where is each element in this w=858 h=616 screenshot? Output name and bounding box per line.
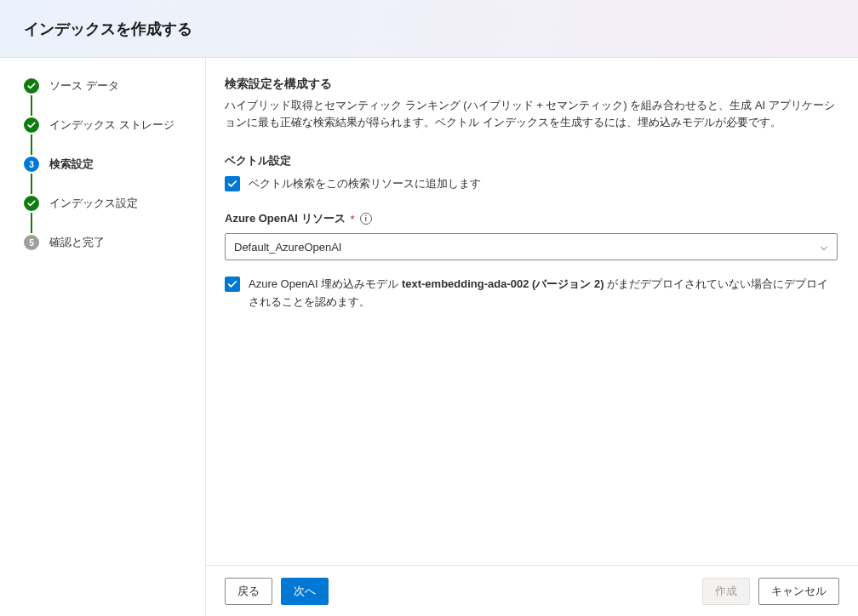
next-button[interactable]: 次へ bbox=[281, 578, 329, 605]
check-circle-icon bbox=[24, 78, 39, 94]
add-vector-search-label: ベクトル検索をこの検索リソースに追加します bbox=[249, 175, 481, 192]
step-label: ソース データ bbox=[49, 78, 119, 94]
check-circle-icon bbox=[24, 196, 39, 211]
wizard-stepper: ソース データ インデックス ストレージ 3 検索設定 インデックス設定 5 確… bbox=[0, 58, 206, 616]
step-connector bbox=[31, 213, 32, 233]
step-number-icon: 3 bbox=[24, 157, 39, 172]
step-label: 検索設定 bbox=[49, 157, 94, 172]
step-index-storage[interactable]: インデックス ストレージ bbox=[24, 116, 198, 134]
step-search-settings[interactable]: 3 検索設定 bbox=[24, 155, 198, 174]
ack-model-name: text-embedding-ada-002 (バージョン 2) bbox=[402, 277, 604, 290]
deploy-acknowledgement-checkbox[interactable] bbox=[225, 277, 240, 292]
step-review[interactable]: 5 確認と完了 bbox=[24, 233, 198, 252]
vector-settings-title: ベクトル設定 bbox=[225, 153, 838, 168]
step-connector bbox=[31, 134, 32, 155]
chevron-down-icon bbox=[820, 242, 828, 251]
step-number-icon: 5 bbox=[24, 235, 39, 250]
step-index-settings[interactable]: インデックス設定 bbox=[24, 194, 198, 213]
resource-field-label-row: Azure OpenAI リソース * i bbox=[225, 211, 838, 226]
back-button[interactable]: 戻る bbox=[225, 578, 272, 605]
ack-prefix: Azure OpenAI 埋め込みモデル bbox=[249, 277, 402, 290]
step-connector bbox=[31, 95, 32, 116]
resource-field-label: Azure OpenAI リソース bbox=[225, 211, 346, 226]
add-vector-search-checkbox[interactable] bbox=[225, 176, 240, 191]
step-label: インデックス ストレージ bbox=[49, 117, 174, 133]
dropdown-selected-value: Default_AzureOpenAI bbox=[234, 241, 341, 254]
main-panel: 検索設定を構成する ハイブリッド取得とセマンティック ランキング (ハイブリッド… bbox=[206, 58, 858, 616]
deploy-acknowledgement-row: Azure OpenAI 埋め込みモデル text-embedding-ada-… bbox=[225, 276, 838, 310]
add-vector-search-row: ベクトル検索をこの検索リソースに追加します bbox=[225, 175, 838, 192]
info-icon[interactable]: i bbox=[360, 213, 372, 225]
create-button: 作成 bbox=[702, 578, 750, 605]
step-label: 確認と完了 bbox=[49, 235, 105, 250]
page-header: インデックスを作成する bbox=[0, 0, 858, 58]
azure-openai-resource-dropdown[interactable]: Default_AzureOpenAI bbox=[225, 233, 838, 260]
wizard-footer: 戻る 次へ 作成 キャンセル bbox=[206, 565, 858, 616]
required-marker: * bbox=[351, 213, 355, 225]
section-title: 検索設定を構成する bbox=[225, 77, 838, 92]
deploy-acknowledgement-text: Azure OpenAI 埋め込みモデル text-embedding-ada-… bbox=[249, 276, 838, 310]
step-source-data[interactable]: ソース データ bbox=[24, 77, 198, 95]
step-label: インデックス設定 bbox=[49, 196, 138, 211]
step-connector bbox=[31, 174, 32, 194]
content-area: 検索設定を構成する ハイブリッド取得とセマンティック ランキング (ハイブリッド… bbox=[206, 58, 858, 565]
cancel-button[interactable]: キャンセル bbox=[758, 578, 839, 605]
section-description: ハイブリッド取得とセマンティック ランキング (ハイブリッド + セマンティック… bbox=[225, 97, 838, 131]
check-circle-icon bbox=[24, 117, 39, 133]
page-title: インデックスを作成する bbox=[24, 19, 192, 39]
